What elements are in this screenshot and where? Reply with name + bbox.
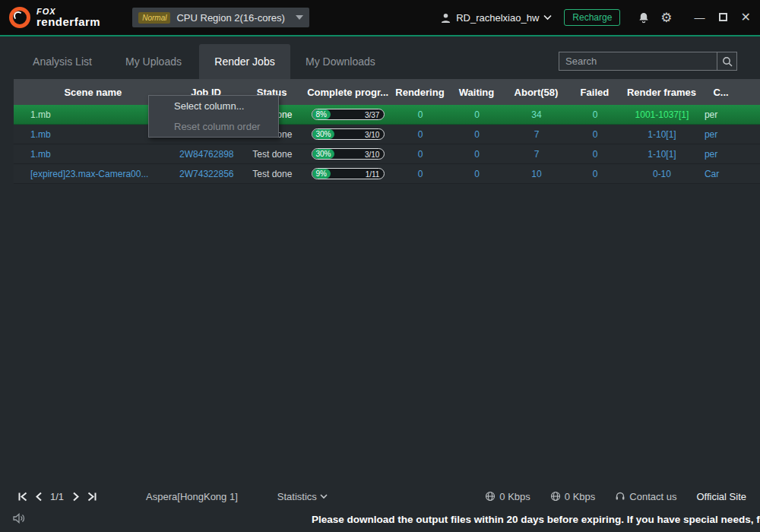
search-box (559, 52, 737, 71)
contact-us-link[interactable]: Contact us (615, 491, 676, 502)
table-header-row: Scene name Job ID Status Complete progr.… (14, 79, 760, 105)
speaker-icon[interactable] (12, 512, 26, 524)
progress-fraction: 3/10 (365, 130, 379, 138)
abort-count: 7 (505, 129, 568, 140)
maximize-button[interactable] (719, 12, 727, 23)
rendering-count: 0 (392, 129, 448, 140)
next-page-button[interactable] (67, 488, 84, 505)
render-frames-cell: 1001-1037[1] (622, 109, 701, 120)
render-frames-cell: 1-10[1] (622, 129, 701, 140)
user-menu[interactable]: RD_rachelxiao_hw (440, 12, 552, 24)
last-page-button[interactable] (84, 488, 100, 505)
progress-percent: 30% (315, 150, 331, 158)
progress-bar: 30% 3/10 (312, 128, 385, 140)
user-icon (440, 12, 451, 24)
upload-speed-label: 0 Kbps (499, 491, 530, 502)
prev-page-button[interactable] (30, 488, 47, 505)
tab-my-uploads[interactable]: My Uploads (108, 44, 199, 79)
progress-fraction: 3/37 (365, 110, 379, 119)
col-waiting[interactable]: Waiting (448, 87, 505, 98)
waiting-count: 0 (448, 129, 505, 140)
minimize-button[interactable]: — (695, 12, 705, 23)
abort-count: 7 (505, 149, 568, 160)
gear-icon[interactable]: ⚙ (660, 10, 672, 26)
job-id-cell[interactable]: 2W74322856 (173, 169, 240, 179)
region-selector[interactable]: Normal CPU Region 2(16-cores) (132, 8, 309, 27)
progress-cell: 8% 3/37 (305, 109, 392, 120)
tab-my-downloads[interactable]: My Downloads (290, 44, 391, 79)
col-render-frames[interactable]: Render frames (622, 87, 701, 98)
scene-name-cell[interactable]: 1.mb (14, 149, 173, 160)
progress-fraction: 1/11 (366, 169, 380, 178)
col-abort[interactable]: Abort(58) (505, 87, 568, 98)
menu-item-reset-column-order: Reset column order (149, 116, 278, 137)
progress-percent: 30% (315, 130, 331, 138)
first-page-button[interactable] (14, 488, 30, 505)
progress-cell: 30% 3/10 (305, 148, 392, 160)
download-speed-label: 0 Kbps (565, 491, 595, 502)
status-cell: Test done (240, 149, 305, 160)
statistics-label: Statistics (277, 491, 317, 502)
brand-name-bottom: renderfarm (36, 16, 100, 27)
upload-speed: 0 Kbps (485, 491, 530, 502)
official-site-link[interactable]: Official Site (696, 491, 746, 502)
jobs-table: Scene name Job ID Status Complete progr.… (14, 79, 760, 184)
footer: 1/1 Aspera[HongKong 1] Statistics 0 Kbps… (0, 483, 760, 532)
progress-bar: 9% 1/11 (312, 168, 385, 179)
camera-cell: per (701, 109, 760, 120)
col-complete-progress[interactable]: Complete progr... (304, 87, 391, 98)
chevron-down-icon (320, 494, 328, 499)
failed-count: 0 (568, 129, 622, 140)
camera-cell: per (701, 129, 760, 140)
table-row[interactable]: [expired]23.max-Camera00... 2W74322856 T… (14, 164, 760, 184)
abort-count: 10 (505, 169, 568, 179)
camera-cell: per (701, 149, 760, 160)
progress-percent: 9% (315, 169, 326, 178)
accent-divider (0, 35, 760, 36)
render-frames-cell: 0-10 (622, 169, 701, 179)
fox-logo-icon (9, 7, 30, 28)
chevron-down-icon (296, 15, 303, 20)
column-context-menu: Select column... Reset column order (148, 95, 279, 138)
progress-cell: 30% 3/10 (305, 128, 392, 140)
titlebar: FOX renderfarm Normal CPU Region 2(16-co… (0, 0, 760, 35)
progress-bar: 8% 3/37 (312, 109, 385, 120)
rendering-count: 0 (392, 169, 448, 179)
table-row[interactable]: 1.mb 2W84762898 Test done 30% 3/10 0 0 7… (14, 144, 760, 164)
status-cell: Test done (240, 169, 305, 179)
globe-icon (550, 491, 561, 502)
tab-analysis-list[interactable]: Analysis List (17, 44, 108, 79)
table-row[interactable]: 1.mb Test done 30% 3/10 0 0 7 0 1-10[1] … (14, 125, 760, 144)
abort-count: 34 (505, 109, 568, 120)
rendering-count: 0 (392, 109, 448, 120)
scene-name-cell[interactable]: [expired]23.max-Camera00... (14, 169, 173, 179)
aspera-node-label[interactable]: Aspera[HongKong 1] (146, 491, 238, 502)
contact-us-label: Contact us (629, 491, 676, 502)
failed-count: 0 (568, 169, 622, 179)
maximize-icon (719, 13, 727, 21)
waiting-count: 0 (448, 109, 505, 120)
col-rendering[interactable]: Rendering (391, 87, 448, 98)
notice-marquee: Please download the output files within … (312, 514, 760, 525)
col-camera[interactable]: C... (701, 87, 760, 98)
search-icon[interactable] (717, 52, 736, 70)
tab-render-jobs[interactable]: Render Jobs (199, 44, 290, 79)
menu-item-select-column[interactable]: Select column... (149, 96, 278, 116)
failed-count: 0 (568, 149, 622, 160)
region-label: CPU Region 2(16-cores) (176, 12, 284, 24)
progress-percent: 8% (315, 110, 326, 119)
close-button[interactable]: ✕ (741, 11, 751, 24)
camera-cell: Car (701, 169, 760, 179)
headset-icon (615, 491, 625, 502)
waiting-count: 0 (448, 169, 505, 179)
job-id-cell[interactable]: 2W84762898 (173, 149, 240, 160)
statistics-dropdown[interactable]: Statistics (277, 491, 328, 502)
bell-icon[interactable] (638, 11, 650, 24)
progress-bar: 30% 3/10 (312, 148, 385, 160)
table-row[interactable]: 1.mb Test done 8% 3/37 0 0 34 0 1001-103… (14, 105, 760, 125)
page-indicator: 1/1 (50, 491, 64, 502)
recharge-button[interactable]: Recharge (564, 9, 620, 26)
search-input[interactable] (559, 55, 717, 67)
username-label: RD_rachelxiao_hw (456, 12, 539, 24)
col-failed[interactable]: Failed (567, 87, 622, 98)
